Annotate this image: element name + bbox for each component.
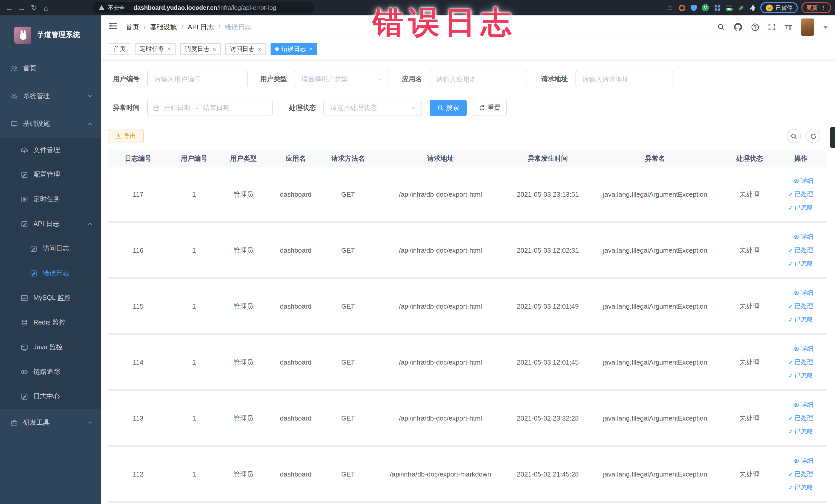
- sidebar-item-dev-tools[interactable]: 研发工具: [0, 409, 101, 437]
- sidebar-toggle-icon[interactable]: [109, 22, 118, 32]
- mark-processed-link[interactable]: ✓已处理: [788, 246, 813, 255]
- mark-ignored-link[interactable]: ✓已忽略: [788, 427, 813, 436]
- sidebar-item-label: API 日志: [33, 219, 59, 228]
- sidebar-item-java-monitor[interactable]: Java 监控: [0, 335, 101, 360]
- cell-exception-time: 2021-05-02 21:45:28: [509, 447, 586, 501]
- detail-link[interactable]: 详细: [793, 177, 813, 185]
- extension-on-switch-icon[interactable]: ON: [725, 4, 733, 12]
- breadcrumb-home[interactable]: 首页: [126, 22, 139, 32]
- mark-processed-link[interactable]: ✓已处理: [788, 414, 813, 423]
- address-bar[interactable]: 不安全 dashboard.yudao.iocoder.cn/infra/log…: [93, 2, 314, 13]
- mark-ignored-link[interactable]: ✓已忽略: [788, 259, 813, 268]
- home-icon[interactable]: ⌂: [40, 3, 53, 12]
- back-icon[interactable]: ←: [3, 3, 15, 12]
- avatar-caret-icon[interactable]: [823, 25, 828, 28]
- cell-log-id: 114: [108, 335, 168, 389]
- sidebar-item-access-log[interactable]: 访问日志: [0, 236, 101, 261]
- app-name-input[interactable]: [430, 71, 527, 87]
- app-title: 芋道管理系统: [37, 30, 80, 40]
- sidebar-item-config-management[interactable]: 配置管理: [0, 162, 101, 187]
- request-url-input[interactable]: [575, 71, 674, 87]
- mark-ignored-link[interactable]: ✓已忽略: [788, 203, 813, 212]
- mark-ignored-link[interactable]: ✓已忽略: [788, 315, 813, 324]
- table-row[interactable]: 112 1 管理员 dashboard GET /api/infra/db-do…: [108, 447, 827, 503]
- github-icon[interactable]: [734, 23, 742, 31]
- detail-link[interactable]: 详细: [793, 401, 813, 409]
- date-range-picker[interactable]: 开始日期 - 结束日期: [147, 100, 272, 116]
- extension-shield-icon[interactable]: [690, 4, 698, 12]
- bookmark-star-icon[interactable]: ☆: [666, 4, 674, 12]
- table-row[interactable]: 115 1 管理员 dashboard GET /api/infra/db-do…: [108, 279, 827, 335]
- cell-process-status: 未处理: [724, 335, 775, 389]
- settings-drawer-handle[interactable]: [830, 127, 835, 148]
- tab-home[interactable]: 首页: [109, 43, 130, 55]
- sidebar-item-system[interactable]: 系统管理: [0, 82, 101, 110]
- avatar[interactable]: [801, 18, 814, 36]
- sidebar-item-api-log[interactable]: API 日志: [0, 211, 101, 236]
- tab-schedule-log[interactable]: 调度日志×: [180, 43, 221, 55]
- refresh-table-button[interactable]: [806, 129, 820, 143]
- profile-paused-pill[interactable]: 已暂停: [760, 2, 798, 13]
- extension-grid-icon[interactable]: [713, 4, 721, 12]
- tab-error-log[interactable]: 错误日志×: [270, 43, 317, 55]
- extension-leaf-icon[interactable]: [737, 4, 745, 12]
- sidebar-item-label: 基础设施: [23, 119, 50, 128]
- close-icon[interactable]: ×: [167, 45, 171, 53]
- breadcrumb-api-log[interactable]: API 日志: [188, 22, 213, 32]
- forward-icon[interactable]: →: [15, 3, 28, 12]
- mark-processed-link[interactable]: ✓已处理: [788, 302, 813, 311]
- cell-request-url: /api/infra/db-doc/export-markdown: [372, 447, 509, 501]
- fullscreen-icon[interactable]: [768, 23, 776, 31]
- mark-processed-link[interactable]: ✓已处理: [788, 358, 813, 367]
- sidebar-item-mysql-monitor[interactable]: MySQL 监控: [0, 285, 101, 310]
- close-icon[interactable]: ×: [212, 45, 216, 53]
- reload-icon[interactable]: ↻: [28, 3, 40, 12]
- extension-orange-icon[interactable]: [678, 4, 686, 12]
- process-status-select[interactable]: 请选择处理状态: [323, 100, 422, 116]
- extensions-puzzle-icon[interactable]: [749, 4, 757, 12]
- sidebar-item-home[interactable]: 首页: [0, 55, 101, 82]
- cell-process-status: 未处理: [724, 447, 775, 501]
- user-id-input[interactable]: [147, 71, 248, 87]
- sidebar-item-tracing[interactable]: 链路追踪: [0, 360, 101, 384]
- sidebar-item-file-management[interactable]: 文件管理: [0, 138, 101, 162]
- sidebar-item-redis-monitor[interactable]: Redis 监控: [0, 310, 101, 335]
- cell-user-type: 管理员: [220, 167, 267, 221]
- mark-ignored-link[interactable]: ✓已忽略: [788, 483, 813, 492]
- breadcrumb-infra[interactable]: 基础设施: [150, 22, 177, 32]
- detail-link[interactable]: 详细: [793, 233, 813, 241]
- user-type-select[interactable]: 请选择用户类型: [295, 71, 388, 87]
- sidebar-item-label: 链路追踪: [33, 367, 60, 377]
- table-row[interactable]: 113 1 管理员 dashboard GET /api/infra/db-do…: [108, 391, 827, 447]
- search-button[interactable]: 搜索: [430, 100, 467, 116]
- extension-green-v-icon[interactable]: V: [701, 4, 710, 12]
- table-row[interactable]: 116 1 管理员 dashboard GET /api/infra/db-do…: [108, 223, 827, 279]
- close-icon[interactable]: ×: [258, 45, 261, 53]
- close-icon[interactable]: ×: [309, 45, 313, 53]
- app-logo[interactable]: 芋道管理系统: [0, 15, 101, 55]
- detail-link[interactable]: 详细: [793, 457, 813, 465]
- sidebar-item-error-log[interactable]: 错误日志: [0, 261, 101, 285]
- mark-ignored-link[interactable]: ✓已忽略: [788, 371, 813, 380]
- browser-update-pill[interactable]: 更新 ⋮: [801, 2, 831, 13]
- table-body: 117 1 管理员 dashboard GET /api/infra/db-do…: [108, 167, 827, 503]
- export-button[interactable]: 导出: [108, 129, 144, 143]
- detail-link[interactable]: 详细: [793, 288, 813, 297]
- tab-access-log[interactable]: 访问日志×: [225, 43, 266, 55]
- mark-processed-link[interactable]: ✓已处理: [788, 470, 813, 479]
- toggle-search-button[interactable]: [787, 129, 801, 143]
- tab-scheduled-tasks[interactable]: 定时任务×: [135, 43, 176, 55]
- mark-processed-link[interactable]: ✓已处理: [788, 190, 813, 199]
- sidebar-item-infra[interactable]: 基础设施: [0, 110, 101, 138]
- reset-button[interactable]: 重置: [473, 100, 507, 116]
- table-row[interactable]: 117 1 管理员 dashboard GET /api/infra/db-do…: [108, 167, 827, 223]
- header-search-icon[interactable]: [717, 23, 725, 31]
- eye-icon: [21, 368, 28, 376]
- sidebar-item-log-center[interactable]: 日志中心: [0, 384, 101, 409]
- font-size-icon[interactable]: TT: [785, 23, 792, 31]
- help-icon[interactable]: [751, 23, 759, 31]
- request-url-label: 请求地址: [536, 75, 568, 84]
- detail-link[interactable]: 详细: [793, 345, 813, 353]
- table-row[interactable]: 114 1 管理员 dashboard GET /api/infra/db-do…: [108, 335, 827, 391]
- sidebar-item-scheduled-tasks[interactable]: 定时任务: [0, 187, 101, 211]
